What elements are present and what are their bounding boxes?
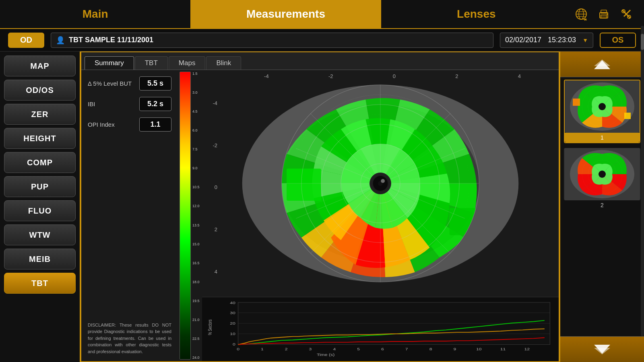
patient-name: TBT SAMPLE 11/11/2001: [69, 36, 153, 44]
tab-tbt[interactable]: TBT: [135, 56, 168, 70]
thumbnail-1[interactable]: 1: [564, 80, 640, 143]
nav-tab-measurements[interactable]: Measurements: [190, 0, 381, 28]
scale-10.5: 10.5: [192, 185, 200, 189]
thumbnail-2[interactable]: 2: [564, 148, 640, 210]
sidebar-item-map[interactable]: MAP: [4, 56, 76, 76]
scrollbar-track[interactable]: [641, 26, 644, 336]
svg-marker-91: [594, 348, 610, 354]
patient-info: 👤 TBT SAMPLE 11/11/2001: [51, 33, 493, 48]
thumbnail-2-image: [564, 148, 640, 200]
sidebar-item-comp[interactable]: COMP: [4, 152, 76, 173]
svg-text:30: 30: [230, 311, 235, 315]
svg-rect-80: [624, 113, 631, 119]
scale-9.0: 9.0: [192, 166, 200, 170]
svg-text:0: 0: [233, 342, 235, 346]
globe-icon[interactable]: [573, 6, 589, 22]
scale-16.5: 16.5: [192, 261, 200, 265]
nav-icons: [572, 6, 644, 22]
svg-text:6: 6: [381, 347, 384, 351]
nav-arrow-down[interactable]: [560, 336, 644, 362]
patient-bar: OD 👤 TBT SAMPLE 11/11/2001 02/02/2017 15…: [0, 29, 644, 51]
sidebar-item-height[interactable]: HEIGHT: [4, 128, 76, 149]
opi-row: OPI Index 1.1: [88, 117, 171, 132]
tab-blink[interactable]: Blink: [206, 56, 241, 70]
tab-bar: Summary TBT Maps Blink: [81, 52, 559, 70]
print-icon[interactable]: [596, 6, 612, 22]
svg-marker-73: [594, 60, 610, 66]
disclaimer-text: DISCLAIMER: These results DO NOT provide…: [88, 317, 171, 355]
sidebar-item-wtw[interactable]: WTW: [4, 224, 76, 245]
svg-text:% Sectors: % Sectors: [207, 319, 213, 335]
scale-15.0: 15.0: [192, 242, 200, 246]
settings-icon[interactable]: [618, 6, 634, 22]
thumbnail-1-label: 1: [565, 133, 640, 142]
axis-left-neg4: -4: [213, 100, 217, 106]
top-navigation: Main Measurements Lenses: [0, 0, 644, 29]
sidebar-item-tbt[interactable]: TBT: [4, 273, 76, 294]
svg-text:0: 0: [237, 347, 239, 351]
color-scale: 1.5 3.0 4.5 6.0 7.5 9.0 10.5 12.0 13.5 1…: [178, 70, 202, 361]
os-button[interactable]: OS: [600, 33, 636, 48]
sidebar-item-zer[interactable]: ZER: [4, 104, 76, 125]
but-label: Δ 5% Level BUT: [88, 80, 132, 87]
svg-text:10: 10: [230, 332, 235, 336]
sidebar-item-odos[interactable]: OD/OS: [4, 80, 76, 101]
sidebar: MAP OD/OS ZER HEIGHT COMP PUP FLUO WTW M…: [0, 51, 80, 362]
svg-text:7: 7: [405, 347, 408, 351]
svg-text:5: 5: [357, 347, 360, 351]
thumbnail-2-label: 2: [564, 200, 640, 210]
scale-21.0: 21.0: [192, 318, 200, 322]
tab-summary[interactable]: Summary: [85, 56, 134, 70]
svg-point-10: [606, 14, 607, 15]
scale-19.5: 19.5: [192, 299, 200, 303]
nav-tab-main[interactable]: Main: [0, 0, 190, 28]
nav-tab-lenses[interactable]: Lenses: [381, 0, 572, 28]
chart-area: 40 30 20 10 0 % Sectors 0 1 2 3 4 5: [202, 297, 559, 361]
scale-4.5: 4.5: [192, 109, 200, 113]
svg-text:1: 1: [261, 347, 264, 351]
svg-text:2: 2: [285, 347, 288, 351]
svg-point-44: [381, 179, 385, 183]
svg-text:10: 10: [476, 347, 482, 351]
axis-pos2: 2: [455, 73, 458, 79]
axis-neg4: -4: [264, 73, 269, 79]
od-button[interactable]: OD: [8, 33, 44, 48]
summary-content: Δ 5% Level BUT 5.5 s IBI 5.2 s OPI Index…: [81, 70, 559, 361]
svg-rect-28: [287, 169, 321, 201]
scale-7.5: 7.5: [192, 147, 200, 151]
svg-text:3: 3: [309, 347, 312, 351]
axis-left-pos2: 2: [215, 226, 217, 232]
datetime-dropdown-arrow[interactable]: ▼: [582, 37, 588, 43]
nav-arrow-up[interactable]: [560, 51, 644, 77]
svg-rect-8: [601, 15, 607, 18]
sidebar-item-pup[interactable]: PUP: [4, 176, 76, 197]
but-row: Δ 5% Level BUT 5.5 s: [88, 76, 171, 90]
scale-12.0: 12.0: [192, 204, 200, 208]
datetime-box[interactable]: 02/02/2017 15:23:03 ▼: [500, 33, 593, 48]
axis-neg2: -2: [328, 73, 333, 79]
tab-maps[interactable]: Maps: [169, 56, 206, 70]
but-value: 5.5 s: [139, 76, 171, 90]
date-value: 02/02/2017: [505, 36, 541, 44]
eye-map-top: -4 -2 0 2 4 -4 -2 0 2 4: [202, 70, 559, 297]
eye-map-area: -4 -2 0 2 4 -4 -2 0 2 4: [202, 70, 559, 361]
axis-pos4: 4: [518, 73, 521, 79]
svg-text:4: 4: [333, 347, 336, 351]
right-panel: 1: [559, 51, 644, 362]
svg-text:9: 9: [453, 347, 456, 351]
eye-map-svg: [202, 70, 559, 297]
sidebar-item-fluo[interactable]: FLUO: [4, 200, 76, 221]
svg-text:20: 20: [230, 321, 235, 325]
scale-18.0: 18.0: [192, 280, 200, 284]
axis-left-pos4: 4: [215, 269, 217, 275]
scrollbar-thumb[interactable]: [641, 34, 644, 50]
ibi-value: 5.2 s: [139, 97, 171, 111]
svg-rect-79: [573, 99, 580, 106]
metrics-panel: Δ 5% Level BUT 5.5 s IBI 5.2 s OPI Index…: [81, 70, 178, 361]
opi-value: 1.1: [139, 117, 171, 132]
svg-text:8: 8: [429, 347, 432, 351]
svg-point-81: [599, 103, 606, 110]
scale-3.0: 3.0: [192, 90, 200, 95]
sidebar-item-meib[interactable]: MEIB: [4, 249, 76, 269]
axis-0: 0: [393, 73, 396, 79]
